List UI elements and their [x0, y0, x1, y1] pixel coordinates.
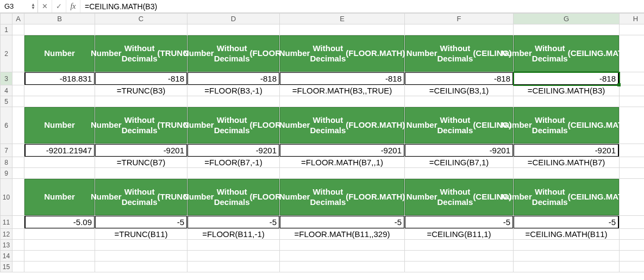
cell-H10[interactable] — [620, 179, 645, 216]
cell-F9[interactable] — [405, 168, 514, 179]
row-header-13[interactable]: 13 — [1, 240, 12, 251]
cell-A7[interactable] — [12, 144, 24, 157]
row-header-3[interactable]: 3 — [1, 72, 12, 85]
cell-H9[interactable] — [620, 168, 645, 179]
cancel-formula-button[interactable]: ✕ — [38, 0, 52, 13]
cell-A12[interactable] — [12, 229, 24, 240]
cell-D5[interactable] — [187, 96, 280, 107]
cell-C13[interactable] — [95, 240, 187, 251]
cell-C3[interactable]: -818 — [95, 72, 187, 85]
cell-A13[interactable] — [12, 240, 24, 251]
cell-D11[interactable]: -5 — [187, 216, 280, 229]
cell-C1[interactable] — [95, 24, 187, 35]
spreadsheet-grid[interactable]: A B C D E F G H 12NumberNumberWithout De… — [0, 13, 644, 272]
cell-C8[interactable]: =TRUNC(B7) — [95, 157, 187, 168]
cell-G5[interactable] — [514, 96, 620, 107]
cell-A8[interactable] — [12, 157, 24, 168]
cell-E14[interactable] — [280, 251, 405, 262]
cell-E3[interactable]: -818 — [280, 72, 405, 85]
cell-D9[interactable] — [187, 168, 280, 179]
cell-F13[interactable] — [405, 240, 514, 251]
cell-A14[interactable] — [12, 251, 24, 262]
cell-H14[interactable] — [620, 251, 645, 262]
cell-D8[interactable]: =FLOOR(B7,-1) — [187, 157, 280, 168]
name-box-stepper[interactable]: ▲ ▼ — [31, 3, 35, 10]
cell-H7[interactable] — [620, 144, 645, 157]
cell-E2[interactable]: NumberWithout Decimals(FLOOR.MATH) — [280, 35, 405, 72]
row-header-14[interactable]: 14 — [1, 251, 12, 262]
cell-B13[interactable] — [24, 240, 95, 251]
cell-H6[interactable] — [620, 107, 645, 144]
cell-E15[interactable] — [280, 262, 405, 272]
cell-B4[interactable] — [24, 85, 95, 96]
cell-F7[interactable]: -9201 — [405, 144, 514, 157]
cell-B1[interactable] — [24, 24, 95, 35]
cell-E9[interactable] — [280, 168, 405, 179]
row-header-7[interactable]: 7 — [1, 144, 12, 157]
cell-G2[interactable]: NumberWithout Decimals(CEILING.MATH) — [514, 35, 620, 72]
cell-F10[interactable]: NumberWithout Decimals(CEILING) — [405, 179, 514, 216]
cell-G3[interactable]: -818 — [514, 72, 620, 85]
cell-H8[interactable] — [620, 157, 645, 168]
cell-F12[interactable]: =CEILING(B11,1) — [405, 229, 514, 240]
cell-H2[interactable] — [620, 35, 645, 72]
select-all-corner[interactable] — [1, 14, 12, 24]
cell-B5[interactable] — [24, 96, 95, 107]
cell-F5[interactable] — [405, 96, 514, 107]
col-header-B[interactable]: B — [24, 14, 95, 24]
cell-H12[interactable] — [620, 229, 645, 240]
row-header-4[interactable]: 4 — [1, 85, 12, 96]
cell-B2[interactable]: Number — [24, 35, 95, 72]
cell-C7[interactable]: -9201 — [95, 144, 187, 157]
cell-D7[interactable]: -9201 — [187, 144, 280, 157]
cell-B8[interactable] — [24, 157, 95, 168]
cell-A1[interactable] — [12, 24, 24, 35]
cell-H1[interactable] — [620, 24, 645, 35]
cell-E11[interactable]: -5 — [280, 216, 405, 229]
cell-C15[interactable] — [95, 262, 187, 272]
cell-A4[interactable] — [12, 85, 24, 96]
cell-F1[interactable] — [405, 24, 514, 35]
cell-E4[interactable]: =FLOOR.MATH(B3,,TRUE) — [280, 85, 405, 96]
cell-A5[interactable] — [12, 96, 24, 107]
cell-D14[interactable] — [187, 251, 280, 262]
cell-C10[interactable]: NumberWithout Decimals(TRUNC) — [95, 179, 187, 216]
cell-D10[interactable]: NumberWithout Decimals(FLOOR) — [187, 179, 280, 216]
cell-H4[interactable] — [620, 85, 645, 96]
cell-B6[interactable]: Number — [24, 107, 95, 144]
cell-G4[interactable]: =CEILING.MATH(B3) — [514, 85, 620, 96]
cell-F11[interactable]: -5 — [405, 216, 514, 229]
cell-H3[interactable] — [620, 72, 645, 85]
cell-B15[interactable] — [24, 262, 95, 272]
col-header-C[interactable]: C — [95, 14, 187, 24]
cell-C4[interactable]: =TRUNC(B3) — [95, 85, 187, 96]
cell-E13[interactable] — [280, 240, 405, 251]
cell-D15[interactable] — [187, 262, 280, 272]
row-header-11[interactable]: 11 — [1, 216, 12, 229]
cell-B7[interactable]: -9201.21947 — [24, 144, 95, 157]
cell-E1[interactable] — [280, 24, 405, 35]
row-header-15[interactable]: 15 — [1, 262, 12, 272]
cell-C2[interactable]: NumberWithout Decimals(TRUNC) — [95, 35, 187, 72]
cell-D12[interactable]: =FLOOR(B11,-1) — [187, 229, 280, 240]
col-header-E[interactable]: E — [280, 14, 405, 24]
cell-G6[interactable]: NumberWithout Decimals(CEILING.MATH) — [514, 107, 620, 144]
cell-B14[interactable] — [24, 251, 95, 262]
cell-C12[interactable]: =TRUNC(B11) — [95, 229, 187, 240]
cell-G10[interactable]: NumberWithout Decimals(CEILING.MATH) — [514, 179, 620, 216]
fill-handle[interactable] — [617, 83, 621, 86]
cell-F14[interactable] — [405, 251, 514, 262]
cell-F4[interactable]: =CEILING(B3,1) — [405, 85, 514, 96]
insert-function-button[interactable]: fx — [66, 0, 80, 13]
cell-H11[interactable] — [620, 216, 645, 229]
cell-F15[interactable] — [405, 262, 514, 272]
cell-G1[interactable] — [514, 24, 620, 35]
cell-E6[interactable]: NumberWithout Decimals(FLOOR.MATH) — [280, 107, 405, 144]
cell-D1[interactable] — [187, 24, 280, 35]
col-header-H[interactable]: H — [620, 14, 645, 24]
col-header-D[interactable]: D — [187, 14, 280, 24]
accept-formula-button[interactable]: ✓ — [52, 0, 66, 13]
cell-F3[interactable]: -818 — [405, 72, 514, 85]
col-header-G[interactable]: G — [514, 14, 620, 24]
cell-D6[interactable]: NumberWithout Decimals(FLOOR) — [187, 107, 280, 144]
